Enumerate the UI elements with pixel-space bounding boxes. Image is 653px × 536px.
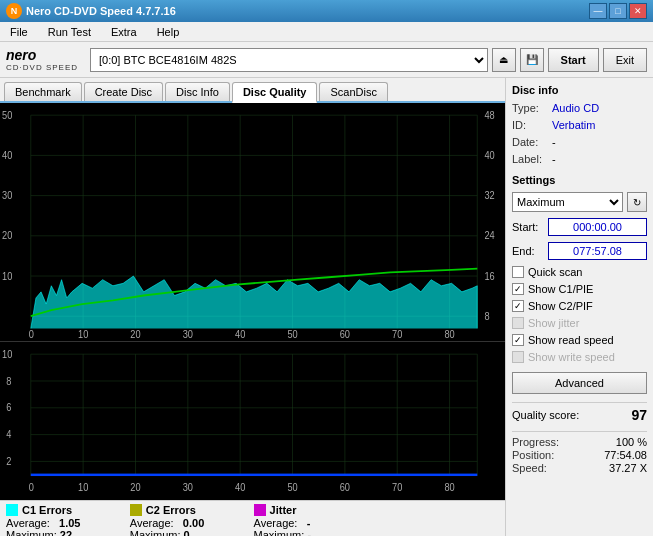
start-label: Start:: [512, 221, 544, 233]
svg-text:60: 60: [340, 481, 351, 493]
refresh-button[interactable]: ↻: [627, 192, 647, 212]
tab-create-disc[interactable]: Create Disc: [84, 82, 163, 101]
disc-date-row: Date: -: [512, 136, 647, 148]
show-jitter-checkbox[interactable]: [512, 317, 524, 329]
tabs: Benchmark Create Disc Disc Info Disc Qua…: [0, 78, 505, 103]
right-panel: Disc info Type: Audio CD ID: Verbatim Da…: [505, 78, 653, 536]
svg-text:30: 30: [2, 190, 13, 202]
tab-scan-disc[interactable]: ScanDisc: [319, 82, 387, 101]
drive-select[interactable]: [0:0] BTC BCE4816IM 482S: [90, 48, 488, 72]
svg-text:0: 0: [29, 328, 34, 340]
show-c1pie-row: ✓ Show C1/PIE: [512, 283, 647, 295]
legend-jitter: Jitter Average: - Maximum: -: [254, 504, 358, 536]
legend-c2: C2 Errors Average: 0.00 Maximum: 0 Total…: [130, 504, 234, 536]
svg-text:20: 20: [2, 230, 13, 242]
svg-rect-51: [31, 473, 477, 475]
show-read-speed-row: ✓ Show read speed: [512, 334, 647, 346]
speed-select[interactable]: Maximum: [512, 192, 623, 212]
start-button[interactable]: Start: [548, 48, 599, 72]
c2-avg-row: Average: 0.00: [130, 517, 234, 529]
svg-text:24: 24: [484, 230, 495, 242]
show-write-speed-row: Show write speed: [512, 351, 647, 363]
svg-text:16: 16: [484, 270, 495, 282]
tab-benchmark[interactable]: Benchmark: [4, 82, 82, 101]
jitter-avg-row: Average: -: [254, 517, 358, 529]
quick-scan-label: Quick scan: [528, 266, 582, 278]
title-bar: N Nero CD-DVD Speed 4.7.7.16 — □ ✕: [0, 0, 653, 22]
legend-c1: C1 Errors Average: 1.05 Maximum: 22 Tota…: [6, 504, 110, 536]
position-row: Position: 77:54.08: [512, 449, 647, 461]
show-c1pie-checkbox[interactable]: ✓: [512, 283, 524, 295]
c2-title: C2 Errors: [146, 504, 196, 516]
minimize-button[interactable]: —: [589, 3, 607, 19]
app-icon: N: [6, 3, 22, 19]
exit-button[interactable]: Exit: [603, 48, 647, 72]
c1-color-box: [6, 504, 18, 516]
end-label: End:: [512, 245, 544, 257]
speed-value: 37.27 X: [609, 462, 647, 474]
tab-disc-quality[interactable]: Disc Quality: [232, 82, 318, 103]
nero-logo: nero CD·DVD SPEED: [6, 47, 78, 72]
close-button[interactable]: ✕: [629, 3, 647, 19]
main-container: Benchmark Create Disc Disc Info Disc Qua…: [0, 78, 653, 536]
disc-info-title: Disc info: [512, 84, 647, 96]
svg-text:80: 80: [444, 328, 455, 340]
c2-max-row: Maximum: 0: [130, 529, 234, 536]
svg-text:32: 32: [484, 190, 495, 202]
menu-file[interactable]: File: [4, 24, 34, 40]
disc-label-value: -: [552, 153, 556, 165]
c2-color-box: [130, 504, 142, 516]
svg-text:2: 2: [6, 455, 11, 467]
speed-row-prog: Speed: 37.27 X: [512, 462, 647, 474]
menu-extra[interactable]: Extra: [105, 24, 143, 40]
upper-chart: 48 40 32 24 16 8 50 40 30 20 10 0 10 20 …: [0, 103, 505, 342]
menu-help[interactable]: Help: [151, 24, 186, 40]
progress-section: Progress: 100 % Position: 77:54.08 Speed…: [512, 431, 647, 475]
quality-score-label: Quality score:: [512, 409, 579, 421]
c1-avg-row: Average: 1.05: [6, 517, 110, 529]
show-read-speed-checkbox[interactable]: ✓: [512, 334, 524, 346]
toolbar: nero CD·DVD SPEED [0:0] BTC BCE4816IM 48…: [0, 42, 653, 78]
speed-row: Maximum ↻: [512, 192, 647, 212]
disc-id-value: Verbatim: [552, 119, 595, 131]
svg-text:20: 20: [130, 328, 141, 340]
show-write-speed-checkbox[interactable]: [512, 351, 524, 363]
save-button[interactable]: 💾: [520, 48, 544, 72]
maximize-button[interactable]: □: [609, 3, 627, 19]
svg-text:40: 40: [235, 481, 246, 493]
disc-id-label: ID:: [512, 119, 548, 131]
svg-text:6: 6: [6, 401, 11, 413]
menu-run-test[interactable]: Run Test: [42, 24, 97, 40]
quick-scan-checkbox[interactable]: [512, 266, 524, 278]
title-bar-buttons: — □ ✕: [589, 3, 647, 19]
jitter-color-box: [254, 504, 266, 516]
menu-bar: File Run Test Extra Help: [0, 22, 653, 42]
svg-text:10: 10: [2, 270, 13, 282]
show-c2pif-label: Show C2/PIF: [528, 300, 593, 312]
quality-score-value: 97: [631, 407, 647, 423]
tab-disc-info[interactable]: Disc Info: [165, 82, 230, 101]
start-time-row: Start:: [512, 218, 647, 236]
progress-value: 100 %: [616, 436, 647, 448]
eject-button[interactable]: ⏏: [492, 48, 516, 72]
svg-text:70: 70: [392, 481, 403, 493]
nero-logo-bot: CD·DVD SPEED: [6, 63, 78, 72]
disc-type-label: Type:: [512, 102, 548, 114]
position-label: Position:: [512, 449, 554, 461]
c1-title: C1 Errors: [22, 504, 72, 516]
nero-logo-top: nero: [6, 47, 78, 63]
speed-label: Speed:: [512, 462, 547, 474]
show-c2pif-checkbox[interactable]: ✓: [512, 300, 524, 312]
disc-date-value: -: [552, 136, 556, 148]
advanced-button[interactable]: Advanced: [512, 372, 647, 394]
end-time-row: End:: [512, 242, 647, 260]
show-jitter-label: Show jitter: [528, 317, 579, 329]
charts: 48 40 32 24 16 8 50 40 30 20 10 0 10 20 …: [0, 103, 505, 500]
svg-text:50: 50: [2, 109, 13, 121]
lower-chart: 10 8 6 4 2 0 10 20 30 40 50 60 70 80: [0, 342, 505, 500]
position-value: 77:54.08: [604, 449, 647, 461]
start-time-input[interactable]: [548, 218, 647, 236]
end-time-input[interactable]: [548, 242, 647, 260]
svg-text:10: 10: [78, 328, 89, 340]
svg-text:8: 8: [484, 310, 489, 322]
